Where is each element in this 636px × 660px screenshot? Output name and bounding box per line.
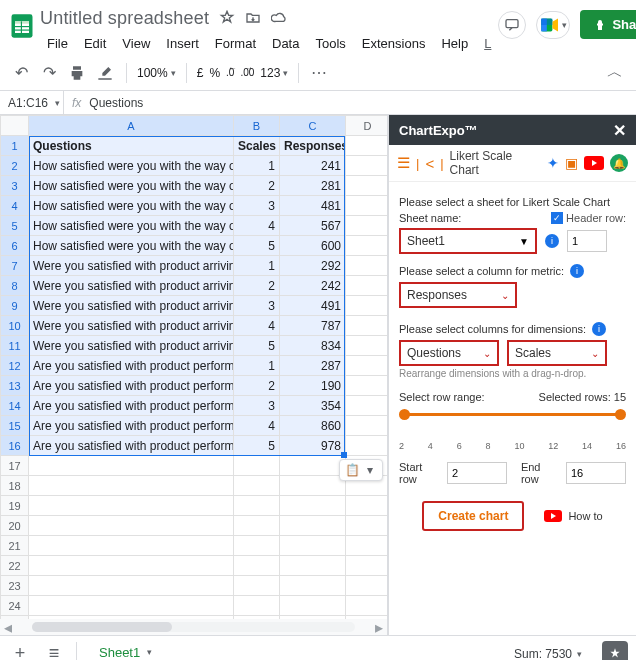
cell[interactable] [346, 536, 389, 556]
menu-edit[interactable]: Edit [77, 32, 113, 55]
cell[interactable] [234, 496, 280, 516]
paint-format-icon[interactable] [94, 62, 116, 84]
cell[interactable]: 242 [280, 276, 346, 296]
panel-close-icon[interactable]: ✕ [613, 121, 626, 140]
col-header-A[interactable]: A [29, 116, 234, 136]
cell[interactable] [346, 376, 389, 396]
cell[interactable]: 481 [280, 196, 346, 216]
currency-button[interactable]: £ [197, 66, 204, 80]
cell[interactable]: Scales [234, 136, 280, 156]
comment-history-icon[interactable] [498, 11, 526, 39]
overflow-caret-icon[interactable]: ▾ [362, 462, 378, 478]
cell[interactable]: 834 [280, 336, 346, 356]
cell[interactable] [29, 516, 234, 536]
cell[interactable] [346, 296, 389, 316]
star-icon[interactable] [219, 10, 235, 26]
panel-back-icon[interactable]: < [425, 155, 434, 172]
info-icon-metric[interactable]: i [570, 264, 584, 278]
percent-button[interactable]: % [209, 66, 220, 80]
youtube-icon[interactable] [584, 156, 604, 170]
panel-menu-icon[interactable]: ☰ [397, 154, 410, 172]
cell[interactable] [346, 336, 389, 356]
cell[interactable] [280, 536, 346, 556]
undo-icon[interactable]: ↶ [10, 62, 32, 84]
info-icon-dims[interactable]: i [592, 322, 606, 336]
cell[interactable]: Were you satisfied with product arriving… [29, 276, 234, 296]
share-button[interactable]: Share [580, 10, 636, 39]
menu-file[interactable]: File [40, 32, 75, 55]
cell[interactable]: 600 [280, 236, 346, 256]
notifications-icon[interactable]: 🔔 [610, 154, 628, 172]
row-header[interactable]: 16 [1, 436, 29, 456]
print-icon[interactable] [66, 62, 88, 84]
cell[interactable]: 292 [280, 256, 346, 276]
sheet-select[interactable]: Sheet1▼ [399, 228, 537, 254]
cell[interactable] [346, 236, 389, 256]
cell[interactable] [29, 476, 234, 496]
header-row-checkbox[interactable]: ✓Header row: [551, 212, 626, 224]
all-sheets-button[interactable]: ≡ [42, 643, 66, 660]
cell[interactable]: Were you satisfied with product arriving… [29, 296, 234, 316]
cell[interactable] [346, 156, 389, 176]
cell[interactable] [346, 356, 389, 376]
row-header[interactable]: 20 [1, 516, 29, 536]
cell[interactable] [234, 536, 280, 556]
row-header[interactable]: 8 [1, 276, 29, 296]
clipboard-icon[interactable]: 📋 [344, 462, 360, 478]
col-header-C[interactable]: C [280, 116, 346, 136]
number-format-select[interactable]: 123▾ [260, 66, 288, 80]
metric-select[interactable]: Responses⌄ [399, 282, 517, 308]
sheet-tab-sheet1[interactable]: Sheet1▾ [87, 639, 164, 661]
row-header[interactable]: 6 [1, 236, 29, 256]
menu-data[interactable]: Data [265, 32, 306, 55]
cell[interactable]: How satisfied were you with the way our … [29, 176, 234, 196]
cell[interactable] [346, 136, 389, 156]
cell[interactable]: 978 [280, 436, 346, 456]
add-sheet-button[interactable]: + [8, 643, 32, 660]
cell[interactable] [280, 456, 346, 476]
how-to-link[interactable]: How to [544, 510, 602, 522]
cell[interactable]: Responses [280, 136, 346, 156]
cell[interactable]: How satisfied were you with the way our … [29, 156, 234, 176]
row-header[interactable]: 2 [1, 156, 29, 176]
sheets-logo[interactable] [8, 8, 36, 44]
explore-button[interactable] [602, 641, 628, 661]
cell[interactable]: Are you satisfied with product performan… [29, 356, 234, 376]
cell[interactable]: Are you satisfied with product performan… [29, 396, 234, 416]
cell[interactable]: 1 [234, 256, 280, 276]
row-header[interactable]: 23 [1, 576, 29, 596]
row-header[interactable]: 1 [1, 136, 29, 156]
doc-title[interactable]: Untitled spreadsheet [40, 8, 209, 29]
cell[interactable] [346, 596, 389, 616]
menu-insert[interactable]: Insert [159, 32, 206, 55]
cell[interactable] [234, 516, 280, 536]
start-row-input[interactable] [447, 462, 507, 484]
cell[interactable]: 190 [280, 376, 346, 396]
meet-icon[interactable]: ▾ [536, 11, 570, 39]
cell[interactable]: 241 [280, 156, 346, 176]
dimension2-select[interactable]: Scales⌄ [507, 340, 607, 366]
cell[interactable]: 287 [280, 356, 346, 376]
cell[interactable] [234, 476, 280, 496]
cell[interactable] [346, 196, 389, 216]
cell[interactable]: 491 [280, 296, 346, 316]
row-header[interactable]: 9 [1, 296, 29, 316]
cell[interactable] [29, 576, 234, 596]
cell[interactable] [280, 596, 346, 616]
row-header[interactable]: 22 [1, 556, 29, 576]
cell[interactable] [234, 576, 280, 596]
create-chart-button[interactable]: Create chart [422, 501, 524, 531]
cell[interactable]: 354 [280, 396, 346, 416]
cell[interactable]: Questions [29, 136, 234, 156]
cell[interactable]: Were you satisfied with product arriving… [29, 316, 234, 336]
cell[interactable]: 4 [234, 216, 280, 236]
cell[interactable]: 860 [280, 416, 346, 436]
menu-format[interactable]: Format [208, 32, 263, 55]
cell[interactable] [234, 556, 280, 576]
more-toolbar-icon[interactable]: ⋯ [309, 62, 331, 84]
row-header[interactable]: 11 [1, 336, 29, 356]
cell[interactable]: How satisfied were you with the way our … [29, 236, 234, 256]
quicksum-display[interactable]: Sum: 7530▾ [514, 647, 584, 661]
cell[interactable] [280, 496, 346, 516]
cell[interactable]: 5 [234, 336, 280, 356]
